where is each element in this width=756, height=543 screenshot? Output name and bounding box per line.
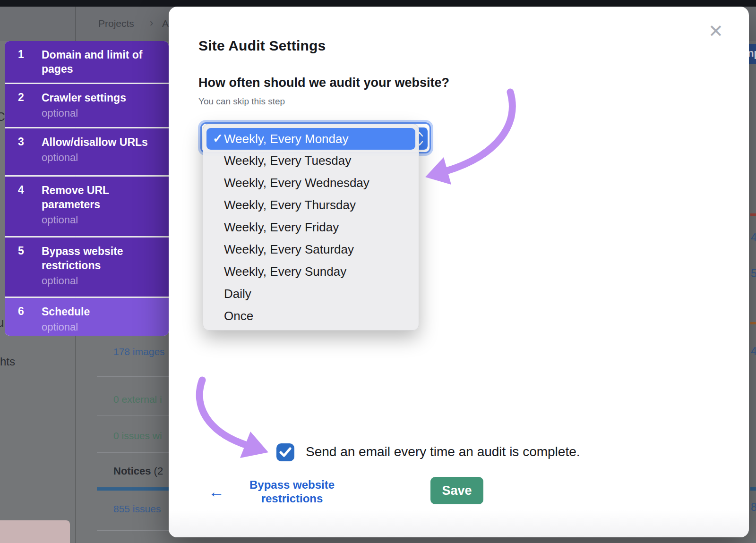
step-title: Schedule	[42, 305, 151, 319]
step-number: 5	[18, 245, 24, 257]
bg-num-5: 5	[751, 267, 756, 280]
step-optional-label: optional	[42, 275, 151, 287]
bg-text-notices: Notices (2	[113, 465, 163, 477]
bg-section-accent-bar	[97, 487, 170, 491]
menu-option-weekly-friday[interactable]: Weekly, Every Friday	[203, 216, 419, 238]
bg-pink-panel	[0, 520, 70, 543]
send-email-checkbox[interactable]	[276, 443, 294, 461]
send-email-label: Send an email every time an audit is com…	[306, 444, 580, 459]
menu-option-label: Weekly, Every Sunday	[224, 264, 346, 279]
screen: Projects › A C u hts 178 images 0 extern…	[0, 0, 756, 543]
breadcrumb-clipped: A	[162, 18, 169, 29]
step-bypass-website-restrictions[interactable]: 5 Bypass website restrictions optional	[5, 238, 169, 297]
menu-option-label: Weekly, Every Friday	[224, 220, 339, 235]
bg-row-separator	[97, 416, 170, 416]
bypass-website-restrictions-link[interactable]: Bypass website restrictions	[242, 478, 342, 505]
menu-option-weekly-wednesday[interactable]: Weekly, Every Wednesday	[203, 172, 419, 194]
step-number: 2	[18, 91, 24, 104]
menu-option-label: Weekly, Every Saturday	[224, 242, 354, 257]
step-title: Bypass website restrictions	[42, 244, 151, 272]
step-title: Remove URL parameters	[42, 183, 151, 212]
step-title: Crawler settings	[42, 91, 151, 105]
menu-option-weekly-saturday[interactable]: Weekly, Every Saturday	[203, 238, 419, 261]
step-number: 6	[18, 305, 24, 318]
close-icon[interactable]: ✕	[705, 21, 726, 42]
bg-text-0-issues: 0 issues wi	[113, 430, 162, 441]
step-title: Allow/disallow URLs	[42, 135, 151, 149]
breadcrumb-projects[interactable]: Projects	[98, 18, 134, 29]
bg-text-0-external: 0 external i	[113, 394, 162, 405]
menu-option-weekly-tuesday[interactable]: Weekly, Every Tuesday	[203, 150, 419, 172]
modal-title: Site Audit Settings	[198, 38, 326, 54]
save-button[interactable]: Save	[430, 477, 483, 504]
bg-row-separator	[97, 452, 170, 453]
menu-option-label: Once	[224, 309, 253, 323]
bg-num-4a: 4	[751, 231, 756, 244]
bg-num-8: 8	[751, 501, 756, 514]
bg-num-4b: 4	[751, 345, 756, 358]
bg-link-178-images[interactable]: 178 images	[113, 346, 165, 357]
wizard-steps-panel: 1 Domain and limit of pages 2 Crawler se…	[5, 41, 169, 336]
modal-bottom-fade	[169, 510, 749, 537]
step-crawler-settings[interactable]: 2 Crawler settings optional	[5, 84, 169, 127]
menu-option-label: Weekly, Every Tuesday	[224, 153, 351, 168]
step-optional-label: optional	[42, 107, 151, 119]
step-title: Domain and limit of pages	[42, 48, 151, 76]
menu-option-weekly-monday[interactable]: ✓ Weekly, Every Monday	[206, 128, 415, 150]
bg-clipped-blue-button: np	[748, 44, 756, 64]
step-allow-disallow-urls[interactable]: 3 Allow/disallow URLs optional	[5, 128, 169, 175]
bg-clipped-text-hts: hts	[0, 355, 15, 368]
bg-row-separator	[97, 376, 170, 377]
step-optional-label: optional	[42, 214, 151, 226]
skip-hint: You can skip this step	[198, 96, 285, 107]
menu-option-label: Weekly, Every Thursday	[224, 198, 356, 212]
bg-link-855-issues[interactable]: 855 issues	[113, 503, 161, 515]
bg-row-separator	[97, 530, 170, 531]
menu-option-label: Weekly, Every Wednesday	[224, 176, 369, 190]
menu-option-weekly-thursday[interactable]: Weekly, Every Thursday	[203, 194, 419, 216]
step-schedule-active[interactable]: 6 Schedule optional	[5, 298, 169, 336]
bg-clipped-blue-button-text: np	[748, 47, 756, 59]
bg-text-notices-bold: Notices	[113, 465, 151, 477]
step-remove-url-parameters[interactable]: 4 Remove URL parameters optional	[5, 177, 169, 236]
bg-text-notices-count: (2	[151, 465, 163, 477]
menu-option-weekly-sunday[interactable]: Weekly, Every Sunday	[203, 261, 419, 283]
step-number: 3	[18, 136, 24, 148]
bg-red-line	[750, 213, 756, 216]
bg-orange-line	[750, 322, 756, 324]
site-audit-settings-modal: ✕ Site Audit Settings How often should w…	[169, 7, 749, 537]
breadcrumb-chevron-icon: ›	[150, 17, 153, 29]
selected-check-icon: ✓	[213, 131, 223, 146]
step-optional-label: optional	[42, 321, 151, 333]
menu-option-label: Weekly, Every Monday	[224, 132, 348, 146]
menu-option-once[interactable]: Once	[203, 305, 419, 327]
bg-clipped-text-u: u	[0, 315, 4, 330]
menu-option-label: Daily	[224, 287, 251, 301]
step-domain-and-limit[interactable]: 1 Domain and limit of pages	[5, 41, 169, 83]
menu-option-daily[interactable]: Daily	[203, 283, 419, 305]
bg-blue-line	[750, 487, 756, 491]
step-number: 1	[18, 48, 24, 61]
back-arrow-icon[interactable]: ←	[208, 483, 224, 501]
step-optional-label: optional	[42, 152, 151, 164]
frequency-dropdown-menu: ✓ Weekly, Every Monday Weekly, Every Tue…	[203, 124, 419, 331]
step-number: 4	[18, 184, 24, 196]
schedule-question: How often should we audit your website?	[198, 76, 449, 90]
checkbox-check-icon	[279, 447, 292, 458]
browser-top-bar	[0, 0, 756, 7]
